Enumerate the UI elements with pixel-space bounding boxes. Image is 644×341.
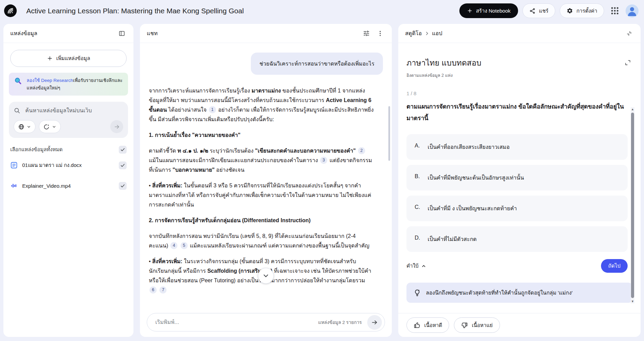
collapse-studio-panel-icon[interactable] [625,29,634,38]
chat-text-segment: ตามตัวชี้วัด [149,148,177,154]
option-letter: C. [415,204,423,213]
quiz-question: ตามแผนการจัดการเรียนรู้เรื่องมาตราแม่กง … [406,101,625,124]
plus-icon [47,55,53,61]
hint-text: ลองนึกถึงพยัญชนะตัวสุดท้ายที่ทำให้คำนั้น… [426,288,573,297]
settings-button[interactable]: การตั้งค่า [560,3,604,18]
chat-text-segment [356,148,357,154]
feedback-bad-button[interactable]: เนื้อหาแย่ [454,317,500,333]
chevron-up-icon [421,264,426,269]
citation-chip[interactable]: 5 [181,242,188,249]
option-text: เป็นคำที่มี ง เป็นพยัญชนะสะกดท้ายคำ [428,204,517,213]
chat-text-segment: 2. การจัดการเรียนรู้สำหรับเด็กกลุ่มอ่อน … [149,217,311,223]
chat-heading: 2. การจัดการเรียนรู้สำหรับเด็กกลุ่มอ่อน … [149,216,374,225]
quiz-subtitle: อิงตามแหล่งข้อมูล 2 แห่ง [406,72,481,79]
option-letter: B. [415,173,423,182]
chat-text-segment: ในขั้นตอนที่ 3 หรือ 5 ควรมีกิจกรรมที่ให้… [149,183,371,208]
scrollbar-up-arrow[interactable]: ▲ [631,107,634,111]
chat-text-segment: สิ่งที่ควรเพิ่ม: [152,258,182,264]
collapse-sources-panel-icon[interactable] [117,29,127,38]
add-source-label: เพิ่มแหล่งข้อมูล [56,54,90,62]
quiz-option-a[interactable]: A. เป็นคำที่ออกเสียงสระเสียงยาวเสมอ [406,134,628,160]
citation-chip[interactable]: 6 [149,286,157,294]
document-icon [10,161,18,169]
hint-toggle[interactable]: คำใบ้ [406,262,426,270]
chat-scrollbar-thumb[interactable] [388,106,390,161]
quiz-title: ภาษาไทย แบบทดสอบ [406,57,481,69]
deep-research-promo[interactable]: ลองใช้ Deep Researchเพื่อรับรายงานเชิงลึ… [9,73,128,96]
chat-text-segment: • [149,258,152,264]
quiz-option-c[interactable]: C. เป็นคำที่มี ง เป็นพยัญชนะสะกดท้ายคำ [406,196,628,221]
scroll-to-bottom-button[interactable] [258,268,274,284]
magnifier-color-icon [14,77,23,86]
expand-quiz-icon[interactable] [623,58,632,67]
chat-text-segment: 1. การเน้นย้ำเรื่อง "ความหมายของคำ" [149,132,241,138]
share-button[interactable]: แชร์ [523,3,555,18]
deep-research-link[interactable]: ลองใช้ Deep Research [27,78,73,83]
search-submit-button[interactable] [110,120,123,133]
chat-panel: แชท ช่วยฉันวิเคราะห์การสอนว่าขาดหรือต้อง… [140,24,392,337]
source-name: 01แผน มาตรา แม่ กง.docx [22,161,114,169]
chat-text-segment: จากการวิเคราะห์แผนการจัดการเรียนรู้เรื่อ… [149,88,252,94]
chat-input-bar: แหล่งข้อมูล 2 รายการ [147,313,385,331]
quiz-scrollbar-thumb[interactable] [631,113,634,298]
select-all-sources-row: เลือกแหล่งข้อมูลทั้งหมด [10,145,127,154]
feedback-good-button[interactable]: เนื้อหาดี [406,317,449,333]
source-row-doc[interactable]: 01แผน มาตรา แม่ กง.docx [3,156,133,174]
gear-icon [567,8,573,14]
source-row-video[interactable]: Explainer_Video.mp4 [3,177,133,195]
chat-paragraph: ตามตัวชี้วัด ท ๔.๑ ป. ๑/๒ ระบุว่านักเรีย… [149,146,374,175]
discover-sparkle-icon [43,124,50,130]
chat-text-segment: "เขียนสะกดคำและบอกความหมายของคำ" [255,148,356,154]
header-actions: สร้าง Notebook แชร์ การตั้งค่า [459,3,639,18]
sources-panel-title: แหล่งข้อมูล [10,29,37,38]
chat-panel-title: แชท [147,29,158,38]
chat-text-segment: อย่างชัดเจน [215,167,244,173]
apps-grid-icon[interactable] [611,7,618,14]
chat-source-count: แหล่งข้อมูล 2 รายการ [318,318,362,326]
notebooklm-logo-icon[interactable] [4,4,17,17]
scrollbar-down-arrow[interactable]: ▼ [631,299,634,303]
user-message-bubble: ช่วยฉันวิเคราะห์การสอนว่าขาดหรือต้องเพิ่… [251,53,383,75]
web-filter-chip[interactable] [14,120,35,133]
chevron-right-icon [425,31,429,36]
send-message-button[interactable] [367,315,382,330]
citation-chip[interactable]: 4 [170,242,177,249]
chat-text-segment: ได้อย่างน่าสนใจ [167,107,208,113]
next-question-button[interactable]: ถัดไป [601,259,628,273]
option-letter: A. [415,143,423,151]
plus-icon [467,8,473,14]
source-type-filter-chip[interactable] [39,120,61,133]
quiz-option-b[interactable]: B. เป็นคำที่มีพยัญชนะต้นเป็นอักษรสูงเท่า… [406,165,628,190]
create-notebook-label: สร้าง Notebook [476,7,511,15]
quiz-option-d[interactable]: D. เป็นคำที่ไม่มีตัวสะกด [406,226,628,252]
quiz-scrollbar[interactable]: ▲ ▼ [631,107,634,303]
add-source-button[interactable]: เพิ่มแหล่งข้อมูล [10,50,127,67]
quiz-progress: 1 / 8 [406,90,632,96]
create-notebook-button[interactable]: สร้าง Notebook [459,3,518,18]
chat-settings-icon[interactable] [361,28,371,38]
select-all-checkbox[interactable] [119,146,127,154]
chat-input[interactable] [155,319,313,325]
chat-text-segment: แม้ในแผนการสอนจะมีการฝึกเขียนและแยกส่วนป… [149,157,319,163]
breadcrumb: สตูดิโอ แอป [405,29,442,38]
user-avatar[interactable] [626,4,639,17]
breadcrumb-studio[interactable]: สตูดิโอ [405,29,422,38]
citation-chip[interactable]: 1 [209,106,216,113]
option-text: เป็นคำที่ออกเสียงสระเสียงยาวเสมอ [428,143,510,151]
top-header: Active Learning Lesson Plan: Mastering t… [0,0,644,22]
option-text: เป็นคำที่ไม่มีตัวสะกด [428,235,477,243]
web-source-search-card [9,102,128,138]
chat-message-area[interactable]: ช่วยฉันวิเคราะห์การสอนว่าขาดหรือต้องเพิ่… [140,43,392,313]
citation-chip[interactable]: 2 [358,147,365,154]
citation-chip[interactable]: 7 [159,286,167,294]
source-checkbox[interactable] [119,161,127,169]
quiz-hint-row: คำใบ้ ถัดไป [406,259,628,273]
bulb-sparkle-icon [413,289,421,297]
chat-more-menu-icon[interactable] [375,29,385,38]
citation-chip[interactable]: 3 [320,157,327,164]
chat-text-segment: มาตราแม่กง [252,88,281,94]
web-source-search-input[interactable] [25,108,123,114]
source-checkbox[interactable] [119,182,127,190]
hint-label: คำใบ้ [406,262,418,270]
audio-waveform-icon [10,182,18,189]
